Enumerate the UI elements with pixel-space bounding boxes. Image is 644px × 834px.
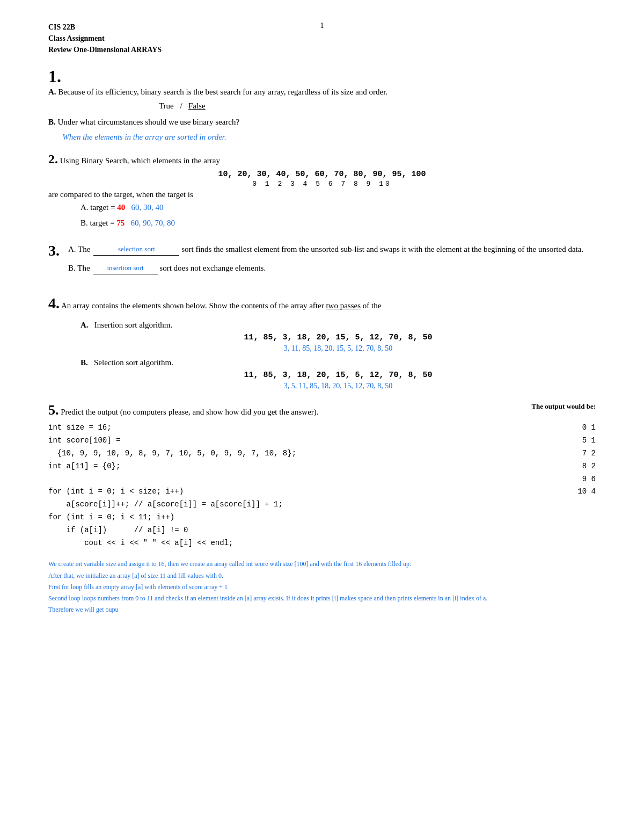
q5-number: 5. bbox=[48, 402, 59, 418]
q2-target-b: B. target = 75 60, 90, 70, 80 bbox=[80, 216, 596, 230]
code-line-3: {10, 9, 9, 10, 9, 8, 9, 7, 10, 5, 0, 9, … bbox=[48, 447, 596, 460]
code-text-8: for (int i = 0; i < 11; i++) bbox=[48, 511, 526, 524]
q4-part-a: A. Insertion sort algorithm. 11, 85, 3, … bbox=[80, 321, 596, 353]
q5-intro: Predict the output (no computers please,… bbox=[61, 408, 318, 416]
code-line-10: cout << i << " " << a[i] << endl; bbox=[48, 537, 596, 550]
q1-b-text: Under what circumstances should we use b… bbox=[58, 118, 240, 126]
q4-intro-text: 4. An array contains the elements shown … bbox=[48, 292, 596, 316]
q2-target-a: A. target = 40 60, 30, 40 bbox=[80, 200, 596, 215]
output-val-8 bbox=[526, 511, 596, 524]
output-val-3: 7 2 bbox=[526, 447, 596, 460]
output-val-10 bbox=[526, 537, 596, 550]
q4-a-array: 11, 85, 3, 18, 20, 15, 5, 12, 70, 8, 50 bbox=[80, 333, 596, 342]
output-val-9 bbox=[526, 524, 596, 537]
q3-b-label: B. The bbox=[68, 261, 90, 275]
q4-intro2: of the bbox=[363, 301, 382, 310]
q3-a-label: A. The bbox=[68, 242, 90, 257]
code-text-9: if (a[i]) // a[i] != 0 bbox=[48, 524, 526, 537]
q2-number: 2. bbox=[48, 152, 58, 166]
q4-a-answer: 3, 11, 85, 18, 20, 15, 5, 12, 70, 8, 50 bbox=[80, 344, 596, 353]
topic-title: Review One-Dimensional ARRAYS bbox=[48, 44, 596, 55]
q4-a-label: A. Insertion sort algorithm. bbox=[80, 321, 596, 330]
q1-part-b: B. Under what circumstances should we us… bbox=[48, 116, 596, 128]
output-val-2: 5 1 bbox=[526, 434, 596, 447]
q4-number: 4. bbox=[48, 295, 60, 311]
code-line-9: if (a[i]) // a[i] != 0 bbox=[48, 524, 596, 537]
false-label: False bbox=[188, 101, 206, 110]
q1-part-a: A. Because of its efficiency, binary sea… bbox=[48, 86, 596, 98]
q4-b-array: 11, 85, 3, 18, 20, 15, 5, 12, 70, 8, 50 bbox=[80, 371, 596, 380]
q1-true-false: True / False bbox=[48, 101, 596, 111]
q5-code-block: int size = 16; 0 1 int score[100] = 5 1 … bbox=[48, 422, 596, 549]
code-line-6: for (int i = 0; i < size; i++) 10 4 bbox=[48, 485, 596, 498]
explanation-2: After that, we initialize an array [a] o… bbox=[48, 571, 596, 581]
output-val-5: 9 6 bbox=[526, 473, 596, 486]
q2-intro-line: 2. Using Binary Search, which elements i… bbox=[48, 152, 596, 166]
code-text-5 bbox=[48, 473, 526, 486]
q3-a-rest: sort finds the smallest element from the… bbox=[181, 242, 583, 257]
q1-a-text: Because of its efficiency, binary search… bbox=[58, 88, 387, 96]
q4-part-b: B. Selection sort algorithm. 11, 85, 3, … bbox=[80, 358, 596, 390]
q1-a-label: A. bbox=[48, 88, 56, 96]
q4-two-passes: two passes bbox=[326, 301, 361, 310]
question-5: 5. Predict the output (no computers plea… bbox=[48, 402, 596, 615]
q3-header: 3. A. The selection sort sort finds the … bbox=[48, 242, 596, 280]
explanation-1: We create int variable size and assign i… bbox=[48, 559, 596, 569]
code-text-10: cout << i << " " << a[i] << endl; bbox=[48, 537, 526, 550]
question-4: 4. An array contains the elements shown … bbox=[48, 292, 596, 391]
q2-a-target: 40 bbox=[117, 203, 125, 212]
code-text-6: for (int i = 0; i < size; i++) bbox=[48, 485, 526, 498]
q5-intro-text: 5. Predict the output (no computers plea… bbox=[48, 402, 526, 418]
output-val-6: 10 4 bbox=[526, 485, 596, 498]
q2-b-answer: 60, 90, 70, 80 bbox=[131, 219, 175, 227]
q2-a-label: A. target = bbox=[80, 203, 115, 212]
true-label: True bbox=[159, 101, 174, 110]
question-2: 2. Using Binary Search, which elements i… bbox=[48, 152, 596, 230]
q3-parts: A. The selection sort sort finds the sma… bbox=[68, 242, 583, 280]
q3-a-blank: selection sort bbox=[93, 243, 179, 256]
q1-b-answer: When the elements in the array are sorte… bbox=[48, 131, 596, 143]
question-1: 1. A. Because of its efficiency, binary … bbox=[48, 67, 596, 143]
explanation-5: Therefore we will get oupu bbox=[48, 605, 596, 615]
code-line-5: 9 6 bbox=[48, 473, 596, 486]
q2-b-label: B. target = bbox=[80, 219, 115, 227]
q3-number: 3. bbox=[48, 242, 60, 259]
q4-intro: An array contains the elements shown bel… bbox=[61, 301, 324, 310]
q2-array-indices: 0 1 2 3 4 5 6 7 8 9 10 bbox=[48, 180, 596, 188]
slash-label: / bbox=[180, 101, 182, 110]
code-text-3: {10, 9, 9, 10, 9, 8, 9, 7, 10, 5, 0, 9, … bbox=[48, 447, 526, 460]
code-text-1: int size = 16; bbox=[48, 422, 526, 434]
q2-intro: Using Binary Search, which elements in t… bbox=[60, 156, 220, 165]
q1-b-answer-text: When the elements in the array are sorte… bbox=[62, 133, 226, 141]
q4-b-answer: 3, 5, 11, 85, 18, 20, 15, 12, 70, 8, 50 bbox=[80, 382, 596, 390]
q5-explanation: We create int variable size and assign i… bbox=[48, 559, 596, 615]
page-number: 1 bbox=[320, 21, 324, 30]
q3-b-rest: sort does not exchange elements. bbox=[159, 261, 266, 275]
q2-a-answer: 60, 30, 40 bbox=[131, 203, 163, 212]
code-line-7: a[score[i]]++; // a[score[i]] = a[score[… bbox=[48, 498, 596, 511]
assignment-title: Class Assignment bbox=[48, 33, 596, 44]
q1-number: 1. bbox=[48, 67, 596, 86]
q4-b-label: B. Selection sort algorithm. bbox=[80, 358, 596, 367]
explanation-4: Second loop loops numbers from 0 to 11 a… bbox=[48, 593, 596, 604]
output-val-4: 8 2 bbox=[526, 460, 596, 473]
q1-b-label: B. bbox=[48, 118, 56, 126]
q3-b-blank: insertion sort bbox=[93, 262, 158, 274]
q5-intro-row: 5. Predict the output (no computers plea… bbox=[48, 402, 596, 418]
q2-compared-text: are compared to the target, when the tar… bbox=[48, 190, 596, 199]
code-line-4: int a[11] = {0}; 8 2 bbox=[48, 460, 596, 473]
code-line-2: int score[100] = 5 1 bbox=[48, 434, 596, 447]
code-line-1: int size = 16; 0 1 bbox=[48, 422, 596, 434]
output-val-1: 0 1 bbox=[526, 422, 596, 434]
q2-array-values: 10, 20, 30, 40, 50, 60, 70, 80, 90, 95, … bbox=[48, 170, 596, 179]
code-text-2: int score[100] = bbox=[48, 434, 526, 447]
output-val-7 bbox=[526, 498, 596, 511]
explanation-3: First for loop fills an empty array [a] … bbox=[48, 582, 596, 592]
q3-part-b-line: B. The insertion sort sort does not exch… bbox=[68, 261, 583, 275]
code-text-4: int a[11] = {0}; bbox=[48, 460, 526, 473]
code-text-7: a[score[i]]++; // a[score[i]] = a[score[… bbox=[48, 498, 526, 511]
q2-b-target: 75 bbox=[116, 219, 125, 227]
q5-output-label: The output would be: bbox=[526, 402, 596, 411]
q3-part-a-line: A. The selection sort sort finds the sma… bbox=[68, 242, 583, 257]
page-header: CIS 22B Class Assignment Review One-Dime… bbox=[48, 21, 596, 55]
